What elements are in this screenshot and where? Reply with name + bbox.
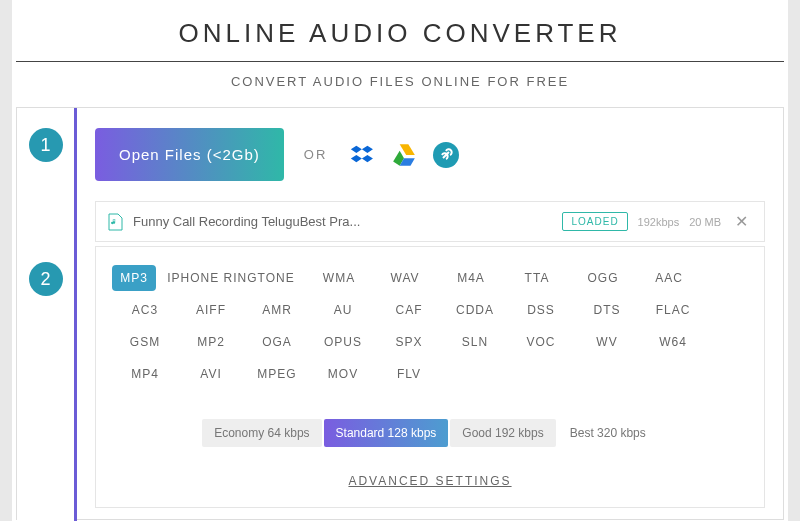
format-option-mpeg[interactable]: MPEG: [244, 361, 310, 387]
format-option-oga[interactable]: OGA: [244, 329, 310, 355]
format-option-wma[interactable]: WMA: [306, 265, 372, 291]
quality-row: Economy 64 kbpsStandard 128 kbpsGood 192…: [95, 403, 765, 455]
format-option-mp3[interactable]: MP3: [112, 265, 156, 291]
format-option-dss[interactable]: DSS: [508, 297, 574, 323]
format-option-mp4[interactable]: MP4: [112, 361, 178, 387]
step-3: 3 CONVERT: [17, 508, 783, 521]
format-option-aiff[interactable]: AIFF: [178, 297, 244, 323]
music-file-icon: [108, 213, 123, 231]
page-subtitle: CONVERT AUDIO FILES ONLINE FOR FREE: [12, 62, 788, 101]
step-number-col: 2: [17, 246, 77, 508]
format-option-ac3[interactable]: AC3: [112, 297, 178, 323]
format-option-iphone-ringtone[interactable]: IPHONE RINGTONE: [156, 265, 306, 291]
step-badge-2: 2: [29, 262, 63, 296]
step-1: 1 Open Files (<2Gb) OR: [17, 108, 783, 246]
step-number-col: 1: [17, 108, 77, 246]
format-option-cdda[interactable]: CDDA: [442, 297, 508, 323]
dropbox-icon[interactable]: [347, 140, 377, 170]
open-files-row: Open Files (<2Gb) OR: [77, 108, 783, 201]
advanced-settings-link[interactable]: ADVANCED SETTINGS: [348, 474, 511, 488]
url-link-icon[interactable]: [431, 140, 461, 170]
format-option-ogg[interactable]: OGG: [570, 265, 636, 291]
format-option-w64[interactable]: W64: [640, 329, 706, 355]
format-option-aac[interactable]: AAC: [636, 265, 702, 291]
quality-option-2[interactable]: Good 192 kbps: [450, 419, 555, 447]
format-option-dts[interactable]: DTS: [574, 297, 640, 323]
advanced-settings-row: ADVANCED SETTINGS: [95, 455, 765, 508]
file-name: Funny Call Recording TeluguBest Pra...: [133, 214, 552, 229]
step-1-body: Open Files (<2Gb) OR: [77, 108, 783, 246]
step-2: 2 MP3IPHONE RINGTONEWMAWAVM4ATTAOGGAACAC…: [17, 246, 783, 508]
format-option-voc[interactable]: VOC: [508, 329, 574, 355]
step-number-col: 3: [17, 508, 77, 521]
format-option-wav[interactable]: WAV: [372, 265, 438, 291]
quality-option-1[interactable]: Standard 128 kbps: [324, 419, 449, 447]
format-option-sln[interactable]: SLN: [442, 329, 508, 355]
uploaded-file-row: Funny Call Recording TeluguBest Pra... L…: [95, 201, 765, 242]
format-option-amr[interactable]: AMR: [244, 297, 310, 323]
file-status-badge: LOADED: [562, 212, 627, 231]
google-drive-icon[interactable]: [389, 140, 419, 170]
cloud-source-icons: [347, 140, 461, 170]
format-option-caf[interactable]: CAF: [376, 297, 442, 323]
format-option-gsm[interactable]: GSM: [112, 329, 178, 355]
format-option-wv[interactable]: WV: [574, 329, 640, 355]
main-panel: 1 Open Files (<2Gb) OR: [16, 107, 784, 520]
file-bitrate: 192kbps: [638, 216, 680, 228]
step-badge-1: 1: [29, 128, 63, 162]
format-option-au[interactable]: AU: [310, 297, 376, 323]
format-option-flac[interactable]: FLAC: [640, 297, 706, 323]
quality-option-0[interactable]: Economy 64 kbps: [202, 419, 321, 447]
format-option-m4a[interactable]: M4A: [438, 265, 504, 291]
step-3-body: CONVERT: [77, 508, 783, 521]
step-2-body: MP3IPHONE RINGTONEWMAWAVM4ATTAOGGAACAC3A…: [77, 246, 783, 508]
format-option-mov[interactable]: MOV: [310, 361, 376, 387]
file-size: 20 MB: [689, 216, 721, 228]
open-files-button[interactable]: Open Files (<2Gb): [95, 128, 284, 181]
format-option-avi[interactable]: AVI: [178, 361, 244, 387]
quality-option-3[interactable]: Best 320 kbps: [558, 419, 658, 447]
page-title: ONLINE AUDIO CONVERTER: [12, 0, 788, 61]
format-option-tta[interactable]: TTA: [504, 265, 570, 291]
format-grid: MP3IPHONE RINGTONEWMAWAVM4ATTAOGGAACAC3A…: [95, 246, 765, 403]
format-option-mp2[interactable]: MP2: [178, 329, 244, 355]
format-option-flv[interactable]: FLV: [376, 361, 442, 387]
or-label: OR: [304, 147, 328, 162]
remove-file-button[interactable]: ✕: [731, 212, 752, 231]
app-container: ONLINE AUDIO CONVERTER CONVERT AUDIO FIL…: [12, 0, 788, 521]
format-option-opus[interactable]: OPUS: [310, 329, 376, 355]
format-option-spx[interactable]: SPX: [376, 329, 442, 355]
